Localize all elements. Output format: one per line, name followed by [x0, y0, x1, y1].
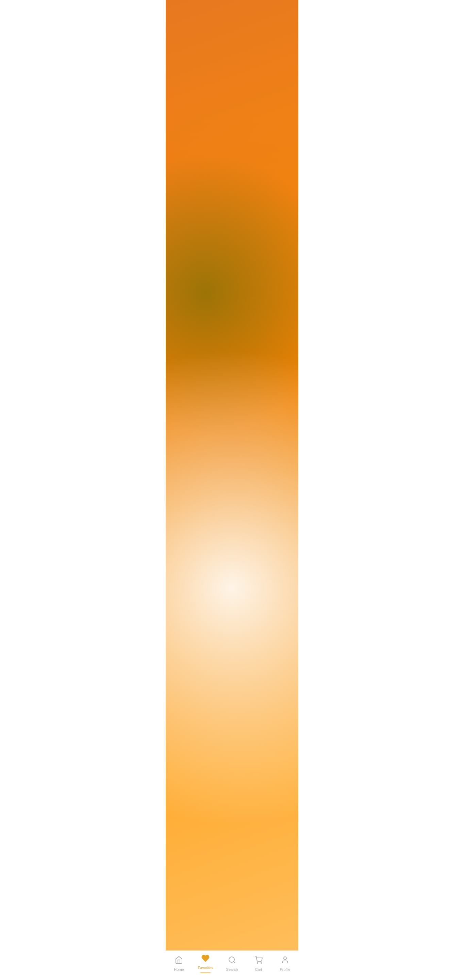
- svg-point-2: [257, 963, 258, 963]
- bottom-nav: Home Favorites Search Cart: [166, 950, 298, 980]
- svg-point-3: [261, 963, 262, 963]
- svg-point-4: [284, 957, 286, 959]
- recipe-image-squash-soup: [234, 163, 294, 218]
- profile-icon: [281, 956, 289, 966]
- home-icon: [175, 956, 183, 966]
- svg-line-1: [234, 962, 235, 963]
- nav-item-favorites[interactable]: Favorites: [192, 954, 219, 973]
- search-icon: [228, 956, 236, 966]
- recipes-grid: Fantastic Taco Casserole Ingredients: 16…: [166, 52, 298, 290]
- nav-label-home: Home: [174, 967, 184, 972]
- nav-item-home[interactable]: Home: [166, 956, 192, 972]
- nav-item-profile[interactable]: Profile: [272, 956, 298, 972]
- nav-active-indicator: [200, 972, 211, 973]
- nav-label-search: Search: [226, 967, 238, 972]
- nav-label-profile: Profile: [280, 967, 290, 972]
- recipe-card-squash-soup[interactable]: Roasted Butternut Squash Soup Ingredient…: [234, 163, 294, 256]
- nav-item-cart[interactable]: Cart: [245, 956, 272, 972]
- nav-label-favorites: Favorites: [198, 966, 213, 970]
- cart-icon: [254, 956, 262, 966]
- favorites-icon: [202, 954, 210, 964]
- svg-point-0: [229, 957, 234, 962]
- nav-label-cart: Cart: [255, 967, 262, 972]
- nav-item-search[interactable]: Search: [219, 956, 245, 972]
